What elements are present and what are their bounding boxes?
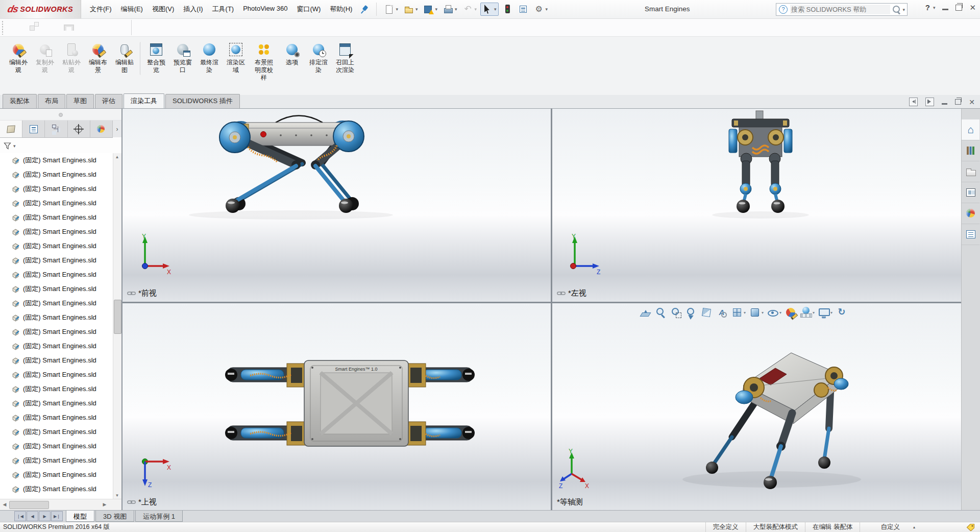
restore-button[interactable] <box>955 5 962 11</box>
document-tab[interactable]: 模型 <box>66 511 94 522</box>
robot-model-front-view[interactable] <box>122 109 551 302</box>
viewport-isometric[interactable]: Y Z X *等轴测 <box>552 303 962 511</box>
menu-item[interactable]: 插入(I) <box>179 0 207 18</box>
horizontal-scroll-thumb[interactable] <box>9 501 49 509</box>
document-tab[interactable]: 3D 视图 <box>95 511 134 522</box>
tag-icon[interactable] <box>966 523 975 531</box>
task-pane-button[interactable] <box>962 182 979 203</box>
quick-toolbar-button[interactable] <box>480 3 499 16</box>
edit-decal-button[interactable]: 编辑贴 图 <box>111 42 138 75</box>
command-tab[interactable]: 布局 <box>38 94 65 108</box>
tree-item[interactable]: (固定) Smart Engines.sld <box>0 239 113 253</box>
edit-scene-button[interactable]: 编辑布 景 <box>85 42 111 75</box>
menu-item[interactable]: 文件(F) <box>85 0 116 18</box>
assembly-structure-icon[interactable] <box>28 21 41 34</box>
panel-tab[interactable] <box>0 120 22 137</box>
recall-last-render-button[interactable]: 召回上 次渲染 <box>332 42 358 75</box>
tree-item[interactable]: (固定) Smart Engines.sld <box>0 439 113 453</box>
scroll-down-icon[interactable]: ▼ <box>114 492 120 499</box>
tree-item[interactable]: (固定) Smart Engines.sld <box>0 225 113 239</box>
tree-vertical-scrollbar[interactable]: ▲ ▼ <box>113 153 121 499</box>
task-pane-button[interactable] <box>962 119 979 140</box>
quick-toolbar-button[interactable] <box>532 3 550 16</box>
tree-item[interactable]: (固定) Smart Engines.sld <box>0 268 113 282</box>
render-region-button[interactable]: 渲染区 域 <box>223 42 249 75</box>
tree-item[interactable]: (固定) Smart Engines.sld <box>0 453 113 468</box>
tree-item[interactable]: (固定) Smart Engines.sld <box>0 468 113 482</box>
panel-tab[interactable] <box>90 120 113 137</box>
tree-item[interactable]: (固定) Smart Engines.sld <box>0 153 113 167</box>
tree-item[interactable]: (固定) Smart Engines.sld <box>0 382 113 396</box>
tree-item[interactable]: (固定) Smart Engines.sld <box>0 339 113 353</box>
filter-icon[interactable] <box>3 141 12 151</box>
menu-item[interactable]: PhotoView 360 <box>238 0 292 18</box>
minimize-button[interactable] <box>942 9 948 10</box>
doc-restore-button[interactable] <box>955 99 961 105</box>
step-tool-icon[interactable] <box>62 21 76 34</box>
command-tab[interactable]: 评估 <box>95 94 122 108</box>
command-tab[interactable]: SOLIDWORKS 插件 <box>165 94 240 108</box>
paste-appearance-button[interactable]: 粘贴外 观 <box>58 42 85 75</box>
edit-appearance-button[interactable]: 编辑外 观 <box>5 42 32 75</box>
integrated-preview-button[interactable]: 整合预 览 <box>140 42 169 75</box>
menu-item[interactable]: 视图(V) <box>148 0 179 18</box>
viewport-left[interactable]: Y Z *左视 <box>552 109 962 302</box>
task-pane-button[interactable] <box>962 224 979 245</box>
copy-appearance-button[interactable]: 复制外 观 <box>32 42 58 75</box>
robot-model-top-view[interactable]: Smart Engines™ 1.0 <box>122 303 551 511</box>
tree-item[interactable]: (固定) Smart Engines.sld <box>0 410 113 425</box>
tree-item[interactable]: (固定) Smart Engines.sld <box>0 253 113 268</box>
menu-item[interactable]: 编辑(E) <box>116 0 148 18</box>
tree-horizontal-scrollbar[interactable]: ◀ ▶ <box>0 499 121 511</box>
robot-model-left-view[interactable] <box>552 109 962 302</box>
tree-item[interactable]: (固定) Smart Engines.sld <box>0 210 113 225</box>
tree-item[interactable]: (固定) Smart Engines.sld <box>0 325 113 339</box>
menu-item[interactable]: 工具(T) <box>208 0 239 18</box>
search-dropdown-icon[interactable]: ▾ <box>902 7 905 12</box>
command-tab[interactable]: 渲染工具 <box>124 93 164 108</box>
menu-item[interactable]: 窗口(W) <box>292 0 325 18</box>
close-button[interactable]: ✕ <box>969 4 976 11</box>
search-icon[interactable] <box>891 5 901 15</box>
status-custom-dropdown[interactable]: 自定义 ▴ <box>860 522 920 532</box>
tree-item[interactable]: (固定) Smart Engines.sld <box>0 368 113 382</box>
next-tab-icon[interactable]: ▶ <box>39 511 51 521</box>
quick-toolbar-button[interactable] <box>382 3 400 16</box>
tree-item[interactable]: (固定) Smart Engines.sld <box>0 482 113 496</box>
pin-menu-icon[interactable] <box>359 4 370 15</box>
collapse-left-pane-icon[interactable] <box>909 98 918 106</box>
help-dropdown-icon[interactable]: ▾ <box>933 5 936 10</box>
previous-tab-icon[interactable]: ◀ <box>27 511 38 521</box>
quick-toolbar-button[interactable] <box>516 3 530 16</box>
quick-toolbar-button[interactable] <box>461 3 479 16</box>
quick-toolbar-button[interactable] <box>500 3 514 16</box>
task-pane-button[interactable] <box>962 203 979 224</box>
doc-minimize-button[interactable] <box>942 103 947 105</box>
help-search-box[interactable]: ? ▾ <box>776 3 908 16</box>
menu-item[interactable]: 帮助(H) <box>325 0 357 18</box>
schedule-render-button[interactable]: 排定渲 染 <box>305 42 332 75</box>
command-tab[interactable]: 草图 <box>66 94 94 108</box>
tree-item[interactable]: (固定) Smart Engines.sld <box>0 282 113 296</box>
vertical-scroll-thumb[interactable] <box>114 300 121 334</box>
panel-tab[interactable] <box>22 120 45 137</box>
tree-item[interactable]: (固定) Smart Engines.sld <box>0 353 113 368</box>
render-options-button[interactable]: 选项 <box>279 42 305 67</box>
toolbar-grip-handle[interactable] <box>1 20 4 35</box>
last-tab-icon[interactable]: ▶❘ <box>51 511 63 521</box>
quick-toolbar-button[interactable] <box>441 3 459 16</box>
panel-flyout-arrow[interactable]: › <box>113 120 121 137</box>
filter-dropdown-icon[interactable]: ▾ <box>13 143 16 149</box>
final-render-button[interactable]: 最终渲 染 <box>196 42 223 75</box>
tree-item[interactable]: (固定) Smart Engines.sld <box>0 167 113 182</box>
quick-toolbar-button[interactable] <box>421 3 439 16</box>
command-tab[interactable]: 装配体 <box>3 94 37 108</box>
robot-model-isometric-view[interactable] <box>552 303 962 511</box>
scroll-left-icon[interactable]: ◀ <box>1 501 8 509</box>
panel-splitter[interactable] <box>0 109 121 120</box>
help-button[interactable]: ? <box>925 3 930 12</box>
document-tab[interactable]: 运动算例 1 <box>135 511 183 522</box>
scroll-right-icon[interactable]: ▶ <box>101 501 108 509</box>
tree-item[interactable]: (固定) Smart Engines.sld <box>0 196 113 210</box>
search-input[interactable] <box>790 5 890 14</box>
